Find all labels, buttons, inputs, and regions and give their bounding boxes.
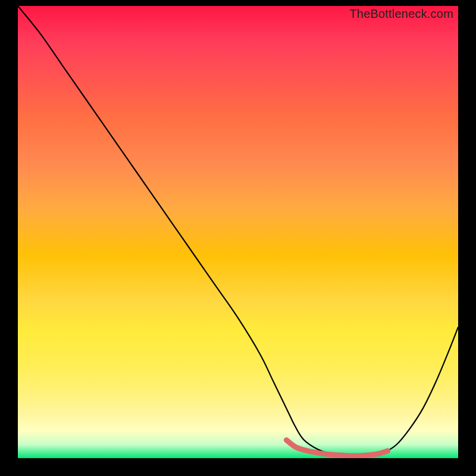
chart-svg bbox=[18, 6, 458, 458]
highlight-flat-segment bbox=[286, 440, 387, 456]
plot-gradient-background bbox=[18, 6, 458, 458]
bottleneck-curve-path bbox=[18, 6, 458, 457]
watermark-text: TheBottleneck.com bbox=[349, 7, 453, 21]
